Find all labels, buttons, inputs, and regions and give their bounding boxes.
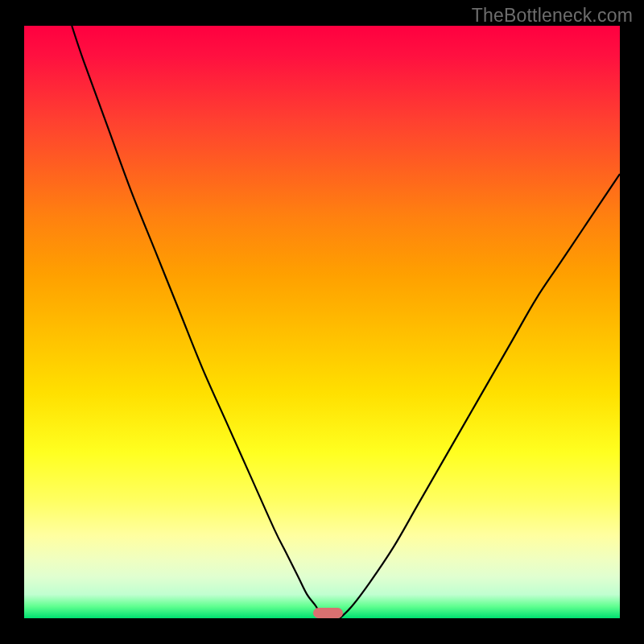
chart-plot-area [24,26,620,618]
optimal-marker [313,608,343,618]
bottleneck-curve [24,26,620,618]
watermark-text: TheBottleneck.com [472,5,633,27]
